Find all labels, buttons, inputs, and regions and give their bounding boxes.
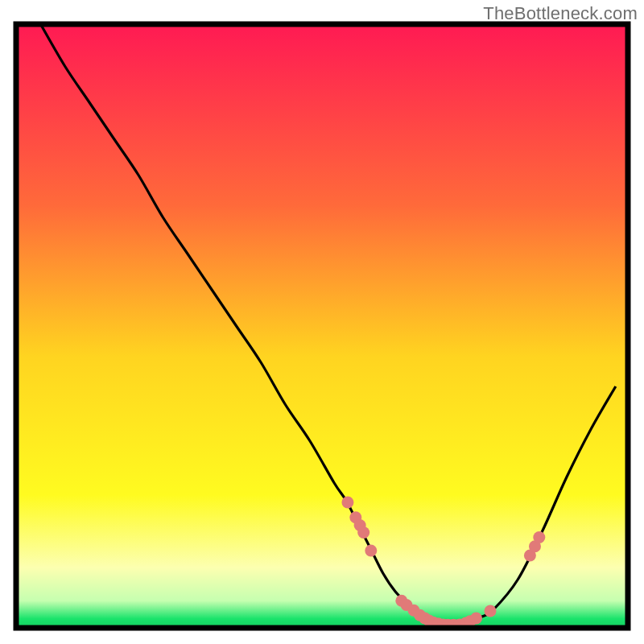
marker-point (365, 545, 377, 557)
marker-point (533, 531, 545, 543)
marker-point (357, 526, 369, 539)
marker-point (470, 613, 482, 625)
marker-point (485, 605, 497, 617)
attribution-label: TheBottleneck.com (483, 3, 638, 24)
chart-container: TheBottleneck.com (0, 0, 644, 644)
bottleneck-chart (0, 0, 644, 644)
marker-point (341, 497, 353, 509)
